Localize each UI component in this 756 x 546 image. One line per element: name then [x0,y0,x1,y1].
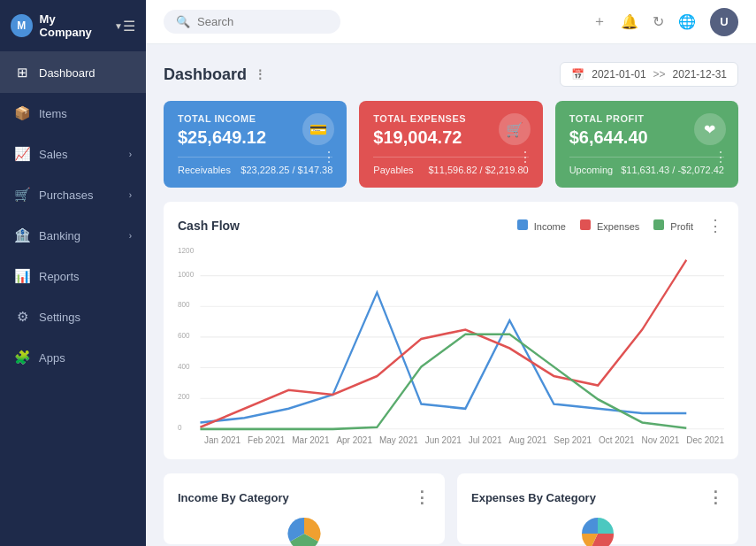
purchases-icon: 🛒 [14,187,30,203]
sidebar-item-banking[interactable]: 🏦 Banking › [0,215,146,256]
chart-x-labels: Jan 2021 Feb 2021 Mar 2021 Apr 2021 May … [178,435,724,445]
income-category-menu[interactable]: ⋮ [414,488,431,507]
sidebar-item-sales[interactable]: 📈 Sales › [0,134,146,174]
main-area: 🔍 ＋ 🔔 ↻ 🌐 U Dashboard ⋮ 📅 2021-01-01 >> [146,0,756,546]
income-legend-dot [517,219,528,230]
company-logo: M [11,14,33,37]
svg-text:400: 400 [178,361,190,371]
items-icon: 📦 [14,105,30,121]
sales-icon: 📈 [14,146,30,162]
income-sub-label: Receivables [178,165,231,175]
topbar: 🔍 ＋ 🔔 ↻ 🌐 U [146,0,756,44]
stat-cards: TOTAL INCOME $25,649.12 💳 ⋮ Receivables … [164,101,738,188]
dashboard-icon: ⊞ [14,65,30,81]
svg-text:200: 200 [178,392,190,402]
stat-card-expenses: TOTAL EXPENSES $19,004.72 🛒 ⋮ Payables $… [359,101,542,188]
banking-chevron-icon: › [129,231,132,241]
sidebar-item-items[interactable]: 📦 Items [0,93,146,134]
date-range-picker[interactable]: 📅 2021-01-01 >> 2021-12-31 [560,62,738,87]
sidebar-item-apps[interactable]: 🧩 Apps [0,337,146,378]
chart-legend: Income Expenses Profit [517,219,693,232]
refresh-icon[interactable]: ↻ [653,13,664,30]
svg-text:1200: 1200 [178,246,194,256]
income-category-chart [178,514,431,546]
sidebar: M My Company ▼ ☰ ⊞ Dashboard 📦 Items 📈 S… [0,0,146,546]
date-start: 2021-01-01 [592,68,645,81]
globe-icon[interactable]: 🌐 [678,13,696,30]
date-end: 2021-12-31 [673,68,727,81]
sidebar-item-reports[interactable]: 📊 Reports [0,256,146,296]
expenses-legend-item: Expenses [580,219,639,232]
company-name[interactable]: M My Company ▼ [11,12,123,39]
apps-icon: 🧩 [14,350,30,365]
expenses-legend-dot [580,219,591,230]
search-input[interactable] [197,15,321,28]
income-sub: Receivables $23,228.25 / $147.38 [178,157,332,175]
purchases-chevron-icon: › [129,190,132,200]
income-line [200,293,686,423]
profit-icon: ❤ [694,113,726,145]
dashboard-header: Dashboard ⋮ 📅 2021-01-01 >> 2021-12-31 [164,62,738,87]
bottom-cards: Income By Category ⋮ Expenses By Categor… [164,473,738,544]
cashflow-chart-area: 0 200 400 600 800 1000 1200 [178,246,724,432]
svg-text:1000: 1000 [178,269,194,279]
profit-legend-item: Profit [653,219,693,232]
expenses-icon: 🛒 [499,113,531,145]
stat-card-profit: TOTAL PROFIT $6,644.40 ❤ ⋮ Upcoming $11,… [555,101,738,188]
add-icon[interactable]: ＋ [592,12,607,31]
date-arrow: >> [653,68,666,81]
profit-sub-label: Upcoming [569,165,614,175]
expenses-sub-value: $11,596.82 / $2,219.80 [428,165,528,175]
notification-icon[interactable]: 🔔 [621,13,638,30]
income-legend-item: Income [517,219,566,232]
company-dropdown-icon: ▼ [114,21,123,31]
expenses-line [200,260,686,427]
cashflow-chart-header: Cash Flow Income Expenses Pr [178,216,724,235]
income-sub-value: $23,228.25 / $147.38 [241,165,332,175]
content-area: Dashboard ⋮ 📅 2021-01-01 >> 2021-12-31 T… [146,44,756,546]
sidebar-header: M My Company ▼ ☰ [0,0,146,52]
cashflow-chart-card: Cash Flow Income Expenses Pr [164,202,738,459]
expenses-sub: Payables $11,596.82 / $2,219.80 [373,157,528,175]
profit-sub-value: $11,631.43 / -$2,072.42 [621,165,724,175]
svg-text:800: 800 [178,300,190,310]
stat-card-income: TOTAL INCOME $25,649.12 💳 ⋮ Receivables … [164,101,347,188]
expenses-by-category-card: Expenses By Category ⋮ [457,473,738,544]
cashflow-svg: 0 200 400 600 800 1000 1200 [178,246,724,432]
reports-icon: 📊 [14,268,30,284]
profit-legend-dot [653,219,664,230]
income-by-category-title: Income By Category [178,491,289,504]
sidebar-item-dashboard[interactable]: ⊞ Dashboard [0,52,146,93]
sales-chevron-icon: › [129,150,132,159]
expenses-by-category-title: Expenses By Category [471,491,596,504]
hamburger-menu[interactable]: ☰ [123,18,135,35]
expenses-category-chart [471,514,724,546]
settings-icon: ⚙ [14,309,30,325]
sidebar-item-settings[interactable]: ⚙ Settings [0,296,146,337]
calendar-icon: 📅 [571,68,584,81]
avatar[interactable]: U [710,8,738,36]
svg-text:0: 0 [178,422,182,432]
page-title: Dashboard ⋮ [164,65,266,84]
profit-sub: Upcoming $11,631.43 / -$2,072.42 [569,157,724,175]
profit-line [200,335,686,429]
income-by-category-header: Income By Category ⋮ [178,488,431,507]
topbar-actions: ＋ 🔔 ↻ 🌐 U [592,8,738,36]
sidebar-item-purchases[interactable]: 🛒 Purchases › [0,174,146,215]
expenses-category-menu[interactable]: ⋮ [707,488,724,507]
dashboard-menu-icon[interactable]: ⋮ [254,67,266,81]
cashflow-menu[interactable]: ⋮ [707,216,724,235]
search-box[interactable]: 🔍 [164,10,340,34]
expenses-by-category-header: Expenses By Category ⋮ [471,488,724,507]
search-icon: 🔍 [176,15,190,28]
expenses-sub-label: Payables [373,165,413,175]
svg-text:600: 600 [178,330,190,340]
income-by-category-card: Income By Category ⋮ [164,473,445,544]
banking-icon: 🏦 [14,227,30,243]
cashflow-chart-title: Cash Flow [178,219,240,233]
